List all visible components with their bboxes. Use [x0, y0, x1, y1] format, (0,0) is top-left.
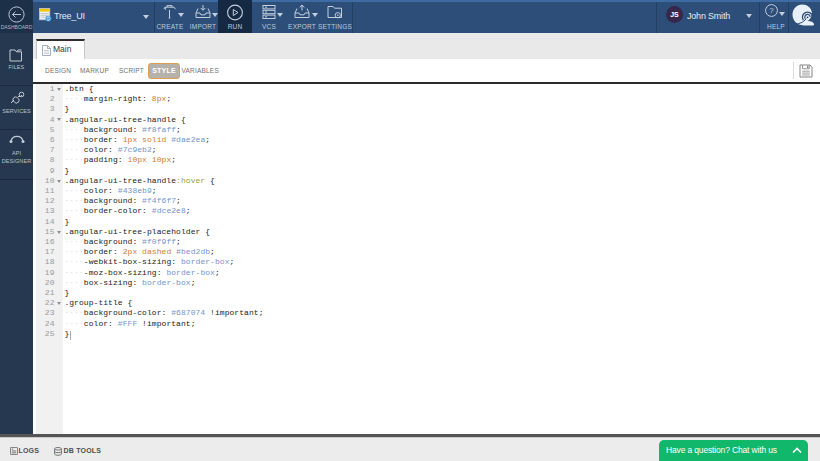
svg-text:?: ? — [769, 6, 774, 15]
